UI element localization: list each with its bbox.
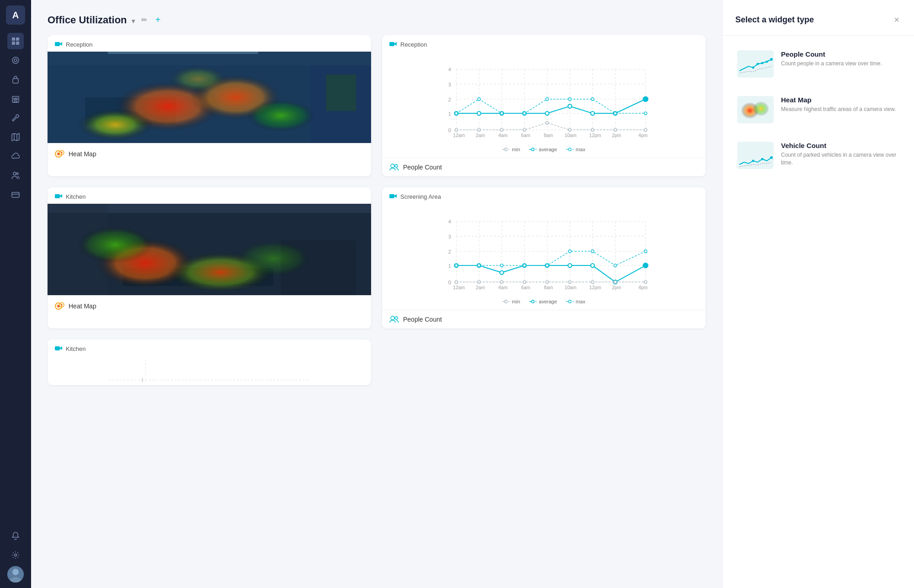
svg-point-20 xyxy=(12,569,19,575)
svg-point-169 xyxy=(478,264,480,267)
widget-type-list: People Count Count people in a camera vi… xyxy=(723,36,914,184)
widget-header-3: Kitchen xyxy=(48,187,371,204)
chart-legend-1: min average max xyxy=(382,143,706,158)
widget-type-label-3: Heat Map xyxy=(69,302,96,310)
svg-point-173 xyxy=(569,250,571,253)
people-count-type-desc: Count people in a camera view over time. xyxy=(781,60,882,68)
svg-point-191 xyxy=(766,61,768,63)
app-logo[interactable]: A xyxy=(6,5,25,25)
close-button[interactable]: × xyxy=(892,13,901,27)
svg-rect-28 xyxy=(108,52,258,54)
heatmap-footer-icon-1 xyxy=(55,149,65,159)
people-count-icon-2 xyxy=(389,316,399,323)
svg-point-167 xyxy=(644,281,647,283)
svg-point-15 xyxy=(16,173,18,175)
svg-point-171 xyxy=(523,264,526,267)
svg-point-192 xyxy=(761,62,764,64)
svg-point-84 xyxy=(591,128,594,131)
widget-type-people-count[interactable]: People Count Count people in a camera vi… xyxy=(732,45,905,83)
widget-reception-heatmap[interactable]: Reception xyxy=(48,35,371,176)
sidebar-item-building[interactable] xyxy=(7,90,24,107)
svg-point-78 xyxy=(455,128,457,131)
widget-header-5: Kitchen xyxy=(48,339,371,356)
svg-text:0: 0 xyxy=(448,280,451,285)
svg-point-91 xyxy=(546,98,548,101)
edit-button[interactable]: ✏ xyxy=(139,14,149,26)
legend-average-2: average xyxy=(529,299,557,304)
svg-rect-10 xyxy=(14,101,17,102)
svg-point-95 xyxy=(644,112,647,115)
add-widget-button[interactable]: + xyxy=(154,13,163,27)
vehicle-count-type-info: Vehicle Count Count of parked vehicles i… xyxy=(781,142,899,167)
line-chart-1: .grid-line { stroke: #e0e0e0; stroke-wid… xyxy=(389,59,698,139)
heatmap-bg-1 xyxy=(48,52,371,143)
svg-rect-22 xyxy=(55,42,60,46)
legend-min-2: min xyxy=(502,299,520,304)
legend-avg-label-2: average xyxy=(539,299,557,304)
widget-reception-people-count[interactable]: Reception .grid-line { stroke: #e0e0e0; … xyxy=(382,35,706,176)
svg-text:1: 1 xyxy=(448,111,451,117)
svg-point-86 xyxy=(644,128,647,131)
svg-text:12am: 12am xyxy=(453,133,465,138)
svg-point-163 xyxy=(546,281,548,283)
heatmap-image-1 xyxy=(48,52,371,143)
widget-type-heat-map[interactable]: Heat Map Measure highest traffic areas o… xyxy=(732,90,905,129)
sidebar-item-cards[interactable] xyxy=(7,186,24,203)
widget-type-vehicle-count[interactable]: Vehicle Count Count of parked vehicles i… xyxy=(732,136,905,175)
svg-text:12am: 12am xyxy=(453,285,465,290)
sidebar-item-settings[interactable] xyxy=(7,547,24,563)
svg-rect-104 xyxy=(55,194,60,198)
svg-rect-3 xyxy=(16,42,19,45)
svg-text:2pm: 2pm xyxy=(612,285,621,290)
sidebar-item-monitor[interactable] xyxy=(7,52,24,69)
sidebar-item-map[interactable] xyxy=(7,129,24,145)
svg-point-39 xyxy=(61,152,62,153)
widget-kitchen-heatmap[interactable]: Kitchen xyxy=(48,187,371,328)
people-count-icon-1 xyxy=(389,164,399,171)
people-count-type-title: People Count xyxy=(781,50,882,58)
legend-min: min xyxy=(502,147,520,152)
sidebar-item-tools[interactable] xyxy=(7,110,24,126)
svg-point-120 xyxy=(61,304,62,305)
svg-text:8am: 8am xyxy=(544,133,553,138)
sidebar-item-weather[interactable] xyxy=(7,148,24,164)
svg-text:3: 3 xyxy=(448,82,451,87)
widget-kitchen-heatmap-2[interactable]: Kitchen | xyxy=(48,339,371,385)
widget-camera-label-5: Kitchen xyxy=(66,345,85,352)
sidebar-item-notifications[interactable] xyxy=(7,528,24,544)
svg-point-90 xyxy=(523,112,526,115)
page-header: Office Utilization ▾ ✏ + xyxy=(31,0,722,35)
page-title[interactable]: Office Utilization ▾ xyxy=(48,14,135,26)
svg-rect-9 xyxy=(16,98,17,100)
legend-max-2: max xyxy=(566,299,585,304)
svg-point-32 xyxy=(247,100,314,132)
svg-point-161 xyxy=(500,281,503,283)
svg-text:0: 0 xyxy=(448,127,451,133)
svg-point-5 xyxy=(14,59,17,62)
svg-rect-40 xyxy=(389,42,394,46)
widget-camera-label-1: Reception xyxy=(66,41,93,48)
camera-icon-1 xyxy=(55,41,62,48)
dropdown-chevron[interactable]: ▾ xyxy=(132,17,135,25)
svg-point-180 xyxy=(531,300,534,303)
widget-screening-people-count[interactable]: Screening Area xyxy=(382,187,706,328)
camera-icon-4 xyxy=(389,193,397,200)
svg-point-103 xyxy=(395,164,398,167)
sidebar-item-security[interactable] xyxy=(7,71,24,88)
svg-point-80 xyxy=(500,128,503,131)
sidebar-item-dashboard[interactable] xyxy=(7,33,24,49)
sidebar-item-people[interactable] xyxy=(7,167,24,184)
svg-rect-121 xyxy=(389,194,394,198)
vehicle-count-type-desc: Count of parked vehicles in a camera vie… xyxy=(781,151,899,167)
svg-point-184 xyxy=(395,317,398,319)
widget-camera-label-3: Kitchen xyxy=(66,193,85,200)
svg-point-94 xyxy=(614,112,616,115)
svg-point-113 xyxy=(78,227,153,263)
svg-point-176 xyxy=(644,250,647,253)
svg-rect-6 xyxy=(13,79,18,83)
svg-point-168 xyxy=(455,264,457,267)
user-avatar[interactable] xyxy=(7,566,24,583)
svg-point-83 xyxy=(569,128,571,131)
heat-map-type-desc: Measure highest traffic areas of a camer… xyxy=(781,106,896,113)
widget-footer-3: Heat Map xyxy=(48,295,371,317)
